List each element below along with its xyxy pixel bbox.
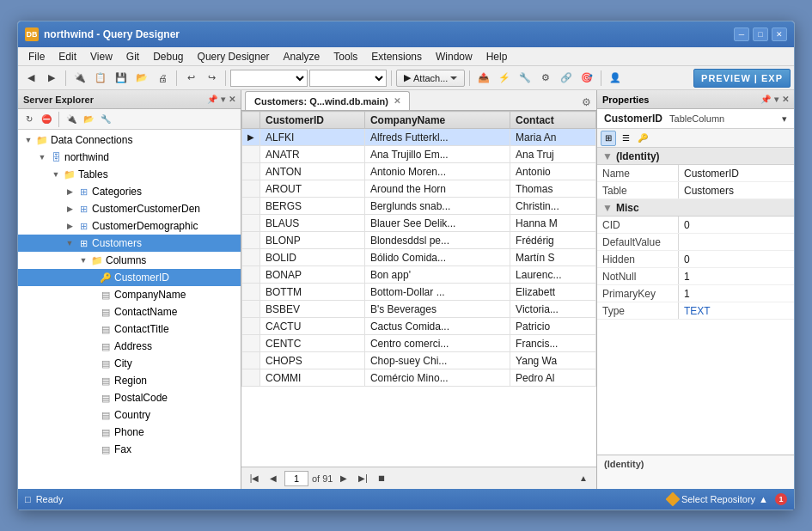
- panel-options-icon[interactable]: ▾: [221, 95, 225, 104]
- table-row[interactable]: BONAPBon app'Laurenc...: [242, 266, 596, 284]
- tree-item-region[interactable]: ▤ Region: [18, 372, 241, 389]
- back-button[interactable]: ◀: [21, 69, 40, 88]
- profile-button[interactable]: 👤: [606, 69, 625, 88]
- col-contact[interactable]: Contact: [510, 112, 596, 129]
- nav-prev-button[interactable]: ◀: [266, 471, 281, 486]
- menu-query-designer[interactable]: Query Designer: [191, 49, 277, 64]
- menu-help[interactable]: Help: [479, 49, 515, 64]
- menu-file[interactable]: File: [21, 49, 52, 64]
- table-row[interactable]: ANATRAna Trujillo Em...Ana Truj: [242, 146, 596, 163]
- toolbar-btn-10[interactable]: 🔗: [557, 69, 576, 88]
- menu-git[interactable]: Git: [119, 49, 146, 64]
- page-number-input[interactable]: [284, 471, 308, 486]
- col-customerid[interactable]: CustomerID: [260, 112, 365, 129]
- maximize-button[interactable]: □: [753, 27, 768, 41]
- menu-window[interactable]: Window: [429, 49, 479, 64]
- toolbar-btn-2[interactable]: 📋: [91, 69, 110, 88]
- tree-item-customers[interactable]: ▼ ⊞ Customers: [18, 235, 241, 252]
- pin-icon[interactable]: 📌: [207, 95, 217, 104]
- tree-item-tables[interactable]: ▼ 📁 Tables: [18, 166, 241, 183]
- table-row[interactable]: CENTCCentro comerci...Francis...: [242, 335, 596, 352]
- refresh-button[interactable]: ↻: [21, 112, 37, 127]
- toolbar-btn-4[interactable]: 📂: [132, 69, 151, 88]
- toolbar-btn-9[interactable]: ⚙: [536, 69, 555, 88]
- tree-item-companyname[interactable]: ▤ CompanyName: [18, 286, 241, 303]
- nav-stop-button[interactable]: ⏹: [374, 471, 389, 486]
- status-repo-area[interactable]: Select Repository ▲: [668, 494, 768, 504]
- table-row[interactable]: BOTTMBottom-Dollar ...Elizabett: [242, 284, 596, 301]
- tree-item-categories[interactable]: ▶ ⊞ Categories: [18, 183, 241, 200]
- tree-item-contacttitle[interactable]: ▤ ContactTitle: [18, 320, 241, 338]
- tree-item-country[interactable]: ▤ Country: [18, 406, 241, 424]
- menu-edit[interactable]: Edit: [52, 49, 83, 64]
- minimize-button[interactable]: ─: [734, 27, 749, 41]
- props-pin-icon[interactable]: 📌: [760, 95, 771, 104]
- tree-item-northwind[interactable]: ▼ 🗄 northwind: [18, 149, 241, 166]
- undo-button[interactable]: ↩: [181, 69, 200, 88]
- close-button[interactable]: ✕: [772, 27, 787, 41]
- section-collapse-icon[interactable]: ▼: [602, 150, 613, 162]
- props-options-icon[interactable]: ▾: [774, 95, 778, 104]
- toolbar-btn-7[interactable]: ⚡: [495, 69, 514, 88]
- explorer-btn-2[interactable]: 📂: [81, 112, 96, 127]
- table-row[interactable]: AROUTAround the HornThomas: [242, 180, 596, 198]
- toolbar-dropdown-1[interactable]: [230, 70, 308, 87]
- scroll-up-button[interactable]: ▲: [576, 471, 591, 486]
- props-list-view-button[interactable]: ☰: [618, 131, 633, 146]
- menu-analyze[interactable]: Analyze: [277, 49, 327, 64]
- table-row[interactable]: ANTONAntonio Moren...Antonio: [242, 163, 596, 180]
- preview-exp-button[interactable]: PREVIEW | EXP: [693, 69, 791, 88]
- panel-close-icon[interactable]: ✕: [229, 95, 235, 104]
- menu-extensions[interactable]: Extensions: [364, 49, 429, 64]
- stop-button[interactable]: ⛔: [39, 112, 54, 127]
- explorer-btn-3[interactable]: 🔧: [98, 112, 113, 127]
- props-grid-view-button[interactable]: ⊞: [601, 131, 616, 146]
- table-row[interactable]: CACTUCactus Comida...Patricio: [242, 318, 596, 335]
- table-row[interactable]: BLAUSBlauer See Delik...Hanna M: [242, 215, 596, 232]
- tree-item-phone[interactable]: ▤ Phone: [18, 424, 241, 441]
- tree-item-fax[interactable]: ▤ Fax: [18, 441, 241, 458]
- props-close-icon[interactable]: ✕: [782, 95, 789, 104]
- menu-view[interactable]: View: [83, 49, 119, 64]
- menu-tools[interactable]: Tools: [327, 49, 364, 64]
- toolbar-btn-6[interactable]: 📤: [474, 69, 493, 88]
- tab-settings-gear[interactable]: ⚙: [580, 95, 593, 110]
- tree-item-contactname[interactable]: ▤ ContactName: [18, 303, 241, 320]
- table-row[interactable]: CHOPSChop-suey Chi...Yang Wa: [242, 352, 596, 369]
- table-row[interactable]: COMMIComércio Mino...Pedro Al: [242, 369, 596, 387]
- attach-button[interactable]: ▶ Attach...: [396, 70, 465, 87]
- tab-close-icon[interactable]: ✕: [394, 96, 400, 106]
- toolbar-btn-8[interactable]: 🔧: [516, 69, 534, 88]
- table-row[interactable]: BLONPBlondesddsl pe...Frédérig: [242, 232, 596, 249]
- toolbar-btn-5[interactable]: 🖨: [153, 69, 172, 88]
- tree-item-postalcode[interactable]: ▤ PostalCode: [18, 389, 241, 406]
- nav-last-button[interactable]: ▶|: [355, 471, 370, 486]
- explorer-btn-1[interactable]: 🔌: [64, 112, 79, 127]
- toolbar-btn-3[interactable]: 💾: [112, 69, 131, 88]
- table-row[interactable]: BERGSBerglunds snab...Christin...: [242, 198, 596, 215]
- forward-button[interactable]: ▶: [42, 69, 61, 88]
- redo-button[interactable]: ↪: [202, 69, 221, 88]
- tree-item-data-connections[interactable]: ▼ 📁 Data Connections: [18, 131, 241, 149]
- tree-item-address[interactable]: ▤ Address: [18, 338, 241, 355]
- props-sort-button[interactable]: 🔑: [635, 131, 650, 146]
- props-type-arrow[interactable]: ▾: [782, 113, 787, 125]
- nav-first-button[interactable]: |◀: [247, 471, 262, 486]
- nav-next-button[interactable]: ▶: [336, 471, 351, 486]
- tree-item-columns[interactable]: ▼ 📁 Columns: [18, 252, 241, 269]
- table-row[interactable]: BOLIDBólido Comida...Martín S: [242, 249, 596, 266]
- table-row[interactable]: BSBEVB's BeveragesVictoria...: [242, 301, 596, 318]
- new-connection-button[interactable]: 🔌: [70, 69, 89, 88]
- table-row[interactable]: ▶ALFKIAlfreds Futterkl...Maria An: [242, 129, 596, 146]
- col-companyname[interactable]: CompanyName: [364, 112, 510, 129]
- menu-debug[interactable]: Debug: [146, 49, 190, 64]
- tree-item-customerCustomerDen[interactable]: ▶ ⊞ CustomerCustomerDen: [18, 200, 241, 217]
- customers-tab[interactable]: Customers: Q...wind.db.main) ✕: [245, 91, 410, 110]
- tree-item-customerDemographic[interactable]: ▶ ⊞ CustomerDemographic: [18, 217, 241, 235]
- notification-badge[interactable]: 1: [775, 493, 787, 505]
- tree-item-city[interactable]: ▤ City: [18, 355, 241, 372]
- section-collapse-icon-misc[interactable]: ▼: [602, 202, 613, 214]
- tree-item-customerid[interactable]: 🔑 CustomerID: [18, 269, 241, 286]
- toolbar-dropdown-2[interactable]: [309, 70, 387, 87]
- toolbar-btn-11[interactable]: 🎯: [577, 69, 596, 88]
